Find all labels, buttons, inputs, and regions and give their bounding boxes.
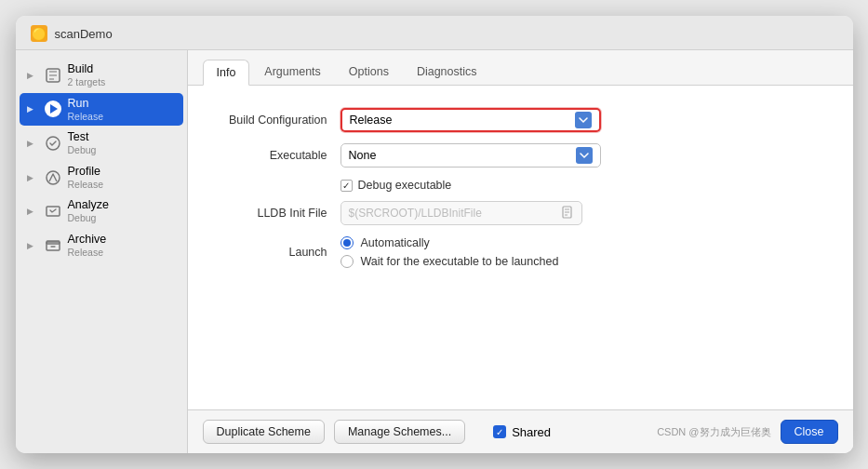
executable-select[interactable]: None [341, 143, 601, 168]
profile-item-text: Profile Release [68, 165, 104, 191]
sidebar-item-test[interactable]: ▶ Test Debug [20, 127, 183, 160]
archive-icon [44, 236, 62, 255]
launch-radio-group: Automatically Wait for the executable to… [341, 236, 559, 268]
tab-diagnostics[interactable]: Diagnostics [404, 60, 490, 85]
lldb-init-control: $(SRCROOT)/LLDBInitFile [341, 201, 831, 225]
close-button[interactable]: Close [781, 420, 838, 444]
shared-label: Shared [512, 425, 551, 439]
debug-executable-checkbox[interactable] [341, 180, 353, 192]
run-icon [44, 100, 62, 118]
executable-label: Executable [210, 149, 341, 162]
lldb-init-placeholder: $(SRCROOT)/LLDBInitFile [349, 207, 482, 220]
build-item-text: Build 2 targets [68, 62, 106, 88]
tab-info[interactable]: Info [203, 60, 250, 86]
form-content: Build Configuration Release Executable [188, 86, 853, 409]
executable-arrow[interactable] [576, 147, 593, 164]
build-configuration-row: Build Configuration Release [188, 108, 853, 132]
launch-wait-row: Wait for the executable to be launched [341, 255, 559, 268]
sidebar-item-run[interactable]: ▶ Run Release [20, 93, 183, 127]
run-item-text: Run Release [68, 97, 104, 123]
shared-row: ✓ Shared [493, 425, 551, 439]
build-configuration-arrow[interactable] [575, 112, 592, 128]
lldb-init-field[interactable]: $(SRCROOT)/LLDBInitFile [341, 201, 582, 225]
sidebar-item-profile[interactable]: ▶ Profile Release [20, 161, 183, 194]
launch-control: Automatically Wait for the executable to… [341, 236, 831, 268]
duplicate-scheme-button[interactable]: Duplicate Scheme [203, 420, 325, 444]
lldb-init-row: LLDB Init File $(SRCROOT)/LLDBInitFile [188, 201, 853, 225]
debug-executable-label: Debug executable [358, 179, 452, 192]
launch-row: Launch Automatically Wait for the execut… [188, 236, 853, 268]
build-icon [44, 66, 62, 85]
analyze-icon [44, 202, 62, 221]
chevron-right-icon-run: ▶ [27, 104, 38, 114]
launch-auto-row: Automatically [341, 236, 559, 249]
bottom-bar: Duplicate Scheme Manage Schemes... ✓ Sha… [188, 409, 853, 453]
right-panel: Info Arguments Options Diagnostics Build… [188, 50, 853, 453]
executable-value: None [349, 149, 576, 162]
tab-bar: Info Arguments Options Diagnostics [188, 50, 853, 86]
build-configuration-label: Build Configuration [210, 114, 341, 127]
chevron-right-icon-analyze: ▶ [27, 207, 38, 216]
watermark-text: CSDN @努力成为巨佬奥 [657, 425, 770, 439]
launch-auto-radio[interactable] [341, 236, 354, 249]
launch-wait-radio[interactable] [341, 255, 354, 268]
debug-executable-row: Debug executable [188, 179, 853, 192]
chevron-right-icon-test: ▶ [27, 139, 38, 148]
sidebar-item-archive[interactable]: ▶ Archive Release [20, 229, 183, 262]
build-configuration-value: Release [350, 114, 575, 127]
test-item-text: Test Debug [68, 130, 97, 156]
main-content: ▶ Build 2 targets ▶ [16, 50, 853, 453]
launch-wait-label: Wait for the executable to be launched [361, 255, 559, 268]
svg-point-1 [47, 137, 60, 150]
tab-options[interactable]: Options [336, 60, 402, 85]
sidebar-item-analyze[interactable]: ▶ Analyze Debug [20, 194, 183, 228]
executable-control: None [341, 143, 831, 168]
archive-item-text: Archive Release [68, 233, 107, 259]
build-configuration-select[interactable]: Release [341, 108, 601, 132]
sidebar: ▶ Build 2 targets ▶ [16, 50, 188, 453]
window-icon: 🟡 [31, 25, 47, 42]
lldb-init-label: LLDB Init File [210, 207, 341, 220]
shared-checkbox[interactable]: ✓ [493, 425, 506, 438]
analyze-item-text: Analyze Debug [68, 198, 109, 224]
chevron-right-icon: ▶ [27, 71, 38, 80]
tab-arguments[interactable]: Arguments [251, 60, 333, 85]
launch-label: Launch [210, 246, 341, 259]
chevron-right-icon-archive: ▶ [27, 241, 38, 250]
launch-auto-label: Automatically [361, 236, 430, 249]
executable-row: Executable None [188, 143, 853, 168]
title-bar: 🟡 scanDemo [16, 16, 853, 50]
manage-schemes-button[interactable]: Manage Schemes... [334, 420, 465, 444]
window-title: scanDemo [55, 27, 113, 41]
build-configuration-control: Release [341, 108, 831, 132]
chevron-right-icon-profile: ▶ [27, 173, 38, 182]
profile-icon [44, 168, 62, 187]
sidebar-item-build[interactable]: ▶ Build 2 targets [20, 59, 183, 92]
file-icon [561, 206, 574, 221]
test-icon [44, 134, 62, 153]
svg-point-2 [47, 171, 60, 184]
main-window: 🟡 scanDemo ▶ Build 2 targets [16, 16, 853, 453]
